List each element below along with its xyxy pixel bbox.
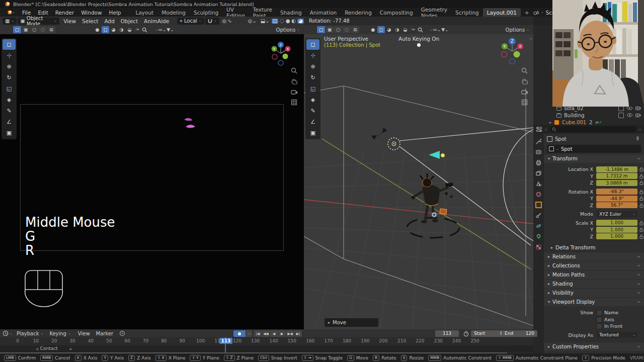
workspace-tab-active[interactable]: Layout.001: [483, 8, 521, 17]
preview-range-clock-icon[interactable]: [119, 330, 125, 336]
timeline-track-area[interactable]: ▵ Contact ▵: [0, 345, 533, 352]
lock-icon[interactable]: [639, 190, 643, 194]
sphere-icon[interactable]: ●: [94, 26, 101, 33]
select-circle-icon[interactable]: ○: [334, 26, 342, 33]
scale-tool[interactable]: ◱: [3, 83, 16, 94]
filter-funnel-icon[interactable]: ▼⌄: [441, 26, 449, 33]
select-lasso-icon[interactable]: ◌: [39, 26, 47, 33]
shading-solid-icon[interactable]: ●: [286, 19, 290, 24]
sphere-icon[interactable]: ●: [369, 26, 377, 33]
eye-icon[interactable]: [627, 113, 632, 117]
menu-item[interactable]: Window: [77, 9, 105, 16]
workspace-tab[interactable]: Shading: [276, 8, 306, 17]
shading-wireframe-icon[interactable]: ◌: [278, 19, 286, 24]
object-type-filter-icon[interactable]: ≔⌄: [433, 26, 441, 33]
menu-item[interactable]: Select: [79, 18, 101, 24]
move-tool[interactable]: ⊕: [3, 61, 16, 72]
xray-toggle-icon[interactable]: ◫: [272, 19, 278, 24]
menu-item[interactable]: View: [60, 18, 79, 24]
rotation-mode-dropdown[interactable]: XYZ Euler ⌄: [596, 211, 637, 217]
menu-item[interactable]: Marker: [93, 331, 117, 336]
navigation-gizmo[interactable]: Z Y X: [269, 40, 293, 66]
value-field[interactable]: 56.7°: [596, 202, 637, 208]
timeline-editor[interactable]: ⌄ Playback⌄Keying⌄ ViewMarker ⌄ |◀◀◀◀▶▶◀…: [0, 329, 533, 353]
value-field[interactable]: 1.000: [596, 220, 637, 226]
annotate-tool[interactable]: ✎: [306, 106, 319, 116]
panel-delta-transform[interactable]: ▸ Delta Transform: [544, 243, 644, 252]
navigation-gizmo[interactable]: Z Y X: [498, 36, 526, 65]
material-shading-icon[interactable]: ◕: [110, 26, 117, 33]
start-frame-field[interactable]: Start 0: [471, 330, 506, 337]
brush-icon[interactable]: ✑: [410, 26, 417, 33]
collapsed-panel[interactable]: ▸ Shading ≡: [544, 279, 644, 288]
viewport-options-dropdown[interactable]: Options ⌄: [276, 27, 300, 33]
camera-render-icon[interactable]: [635, 113, 641, 117]
current-frame-field[interactable]: 113: [435, 330, 459, 337]
add-cube-tool[interactable]: ▣: [306, 128, 319, 138]
axis-checkbox[interactable]: [596, 317, 602, 323]
search-icon[interactable]: [418, 27, 423, 33]
pan-hand-icon[interactable]: [521, 78, 528, 84]
value-field[interactable]: 1.7312 m: [596, 173, 637, 179]
select-extend-icon[interactable]: ⊞: [351, 26, 359, 33]
playhead-frame-badge[interactable]: 113: [219, 338, 232, 344]
keying-set-dropdown[interactable]: ⌄: [246, 330, 252, 337]
search-icon[interactable]: [142, 27, 147, 33]
name-checkbox[interactable]: [596, 310, 602, 316]
blender-app-menu[interactable]: ⌄: [3, 9, 19, 16]
outliner-row-partial[interactable]: ▸ Cube.001 2 ⇄✓: [533, 119, 644, 125]
workspace-tab[interactable]: Scripting: [451, 8, 483, 17]
tab-physics[interactable]: [534, 222, 543, 230]
workspace-tab[interactable]: UV Editing: [222, 8, 249, 17]
zoom-icon[interactable]: [521, 67, 528, 74]
in-front-checkbox[interactable]: [596, 323, 602, 329]
properties-editor[interactable]: ⌄ ⌄ Spot ⌄ Spot ▾ Transform: [533, 125, 644, 353]
timeline-ruler[interactable]: 0102030405060708090100110120130140150160…: [0, 337, 533, 345]
lock-icon[interactable]: [639, 203, 643, 208]
pan-hand-icon[interactable]: [291, 78, 297, 84]
menu-item[interactable]: Help: [106, 9, 125, 16]
brush-icon[interactable]: ✑: [134, 26, 141, 33]
collapsed-panel[interactable]: ▸ Collections ≡: [544, 261, 644, 270]
move-tool[interactable]: ⊕: [306, 61, 319, 72]
rotate-tool[interactable]: ↻: [306, 72, 319, 83]
overlays-toggle-icon[interactable]: ⬓⌄: [259, 19, 272, 24]
outliner-row[interactable]: Building: [533, 112, 644, 119]
add-cube-tool[interactable]: ▣: [3, 128, 16, 138]
lock-icon[interactable]: [639, 227, 643, 232]
scale-tool[interactable]: ◱: [306, 83, 319, 94]
workspace-tab[interactable]: Sculpting: [190, 8, 222, 17]
menu-item[interactable]: View: [75, 331, 93, 336]
tab-render[interactable]: [534, 148, 543, 156]
transport-button[interactable]: ▶◀: [286, 330, 294, 337]
select-box-tool[interactable]: ◻: [306, 39, 319, 50]
workspace-tab[interactable]: Compositing: [376, 8, 417, 17]
solid-shading-icon[interactable]: ◻: [377, 26, 385, 33]
tab-texture[interactable]: [534, 243, 543, 251]
ortho-grid-icon[interactable]: [291, 99, 297, 106]
tab-object-data-light[interactable]: [534, 233, 543, 240]
select-tweak-icon[interactable]: ▢: [317, 26, 325, 33]
select-lasso-icon[interactable]: ◌: [343, 26, 351, 33]
camera-view-icon[interactable]: [521, 88, 528, 95]
workspace-tab[interactable]: Modeling: [157, 8, 190, 17]
chevron-down-icon[interactable]: ⌄: [638, 128, 641, 131]
panel-custom-properties[interactable]: ▸ Custom Properties ≡: [544, 342, 644, 351]
panel-transform[interactable]: ▾ Transform ≡: [544, 154, 644, 163]
camera-render-icon[interactable]: [635, 106, 641, 110]
transport-button[interactable]: ◀: [270, 330, 278, 337]
shading-rendered-icon[interactable]: ◕: [297, 19, 304, 24]
menu-item[interactable]: Playback⌄: [14, 331, 47, 336]
auto-keyframe-button[interactable]: [233, 330, 246, 337]
selectable-checkbox[interactable]: [618, 113, 624, 118]
menu-item[interactable]: Object: [118, 18, 141, 24]
render-shading-icon[interactable]: ◒: [401, 26, 409, 33]
menu-item[interactable]: AnimAide: [141, 18, 172, 24]
workspace-tab[interactable]: Layout: [132, 8, 158, 17]
snap-dropdown[interactable]: ⌄: [205, 18, 219, 25]
chevron-down-icon[interactable]: ⌄: [544, 128, 547, 131]
workspace-tab[interactable]: Animation: [306, 8, 341, 17]
viewport-options-dropdown[interactable]: Options ⌄: [506, 27, 529, 33]
mode-dropdown[interactable]: ▣ Object Mode ⌄: [18, 18, 59, 25]
display-as-dropdown[interactable]: Textured ⌄: [596, 332, 637, 338]
